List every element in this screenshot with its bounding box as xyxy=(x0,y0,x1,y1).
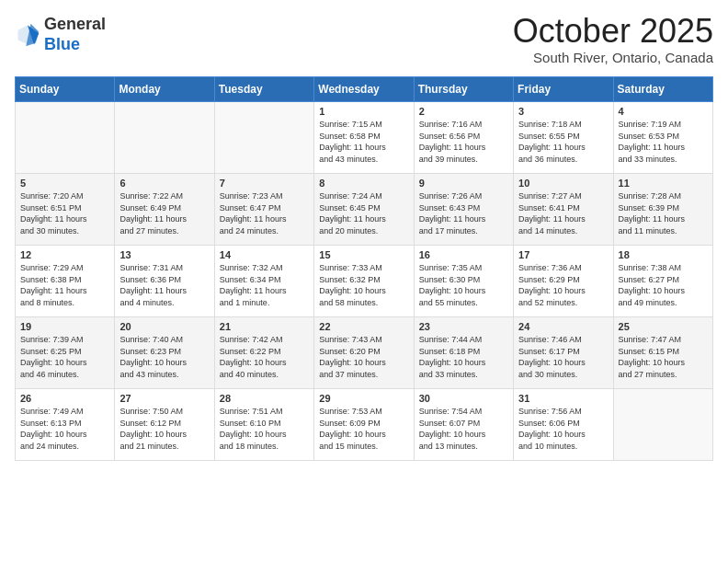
calendar-day-cell: 3Sunrise: 7:18 AM Sunset: 6:55 PM Daylig… xyxy=(514,102,613,174)
calendar-day-cell: 8Sunrise: 7:24 AM Sunset: 6:45 PM Daylig… xyxy=(314,174,414,246)
day-number: 9 xyxy=(419,178,508,189)
calendar-day-cell: 14Sunrise: 7:32 AM Sunset: 6:34 PM Dayli… xyxy=(214,246,313,317)
day-info: Sunrise: 7:16 AM Sunset: 6:56 PM Dayligh… xyxy=(419,119,508,165)
day-info: Sunrise: 7:42 AM Sunset: 6:22 PM Dayligh… xyxy=(220,334,309,380)
day-number: 28 xyxy=(220,393,309,404)
title-block: October 2025 South River, Ontario, Canad… xyxy=(513,15,713,65)
calendar-day-cell: 4Sunrise: 7:19 AM Sunset: 6:53 PM Daylig… xyxy=(613,102,712,174)
day-number: 25 xyxy=(619,321,708,332)
calendar-day-cell xyxy=(214,102,313,174)
weekday-header-monday: Monday xyxy=(115,77,214,102)
weekday-header-tuesday: Tuesday xyxy=(214,77,313,102)
day-number: 6 xyxy=(119,178,209,189)
calendar-day-cell: 20Sunrise: 7:40 AM Sunset: 6:23 PM Dayli… xyxy=(115,317,214,389)
calendar-day-cell xyxy=(115,102,214,174)
calendar-day-cell: 15Sunrise: 7:33 AM Sunset: 6:32 PM Dayli… xyxy=(314,246,414,317)
calendar-day-cell: 22Sunrise: 7:43 AM Sunset: 6:20 PM Dayli… xyxy=(314,317,414,389)
day-number: 23 xyxy=(419,321,508,332)
calendar-day-cell: 9Sunrise: 7:26 AM Sunset: 6:43 PM Daylig… xyxy=(414,174,513,246)
calendar-day-cell: 27Sunrise: 7:50 AM Sunset: 6:12 PM Dayli… xyxy=(115,389,214,461)
calendar-day-cell: 29Sunrise: 7:53 AM Sunset: 6:09 PM Dayli… xyxy=(314,389,414,461)
day-info: Sunrise: 7:44 AM Sunset: 6:18 PM Dayligh… xyxy=(419,334,508,380)
calendar-day-cell: 19Sunrise: 7:39 AM Sunset: 6:25 PM Dayli… xyxy=(16,317,115,389)
day-info: Sunrise: 7:31 AM Sunset: 6:36 PM Dayligh… xyxy=(119,262,209,308)
day-info: Sunrise: 7:51 AM Sunset: 6:10 PM Dayligh… xyxy=(220,406,309,452)
weekday-header-saturday: Saturday xyxy=(613,77,712,102)
day-info: Sunrise: 7:27 AM Sunset: 6:41 PM Dayligh… xyxy=(518,190,608,236)
calendar-day-cell xyxy=(613,389,712,461)
day-number: 14 xyxy=(220,249,309,260)
day-number: 18 xyxy=(619,249,708,260)
day-number: 19 xyxy=(20,321,109,332)
calendar-day-cell: 31Sunrise: 7:56 AM Sunset: 6:06 PM Dayli… xyxy=(514,389,613,461)
day-number: 27 xyxy=(119,393,209,404)
day-number: 11 xyxy=(619,178,708,189)
calendar-day-cell: 17Sunrise: 7:36 AM Sunset: 6:29 PM Dayli… xyxy=(514,246,613,317)
day-info: Sunrise: 7:32 AM Sunset: 6:34 PM Dayligh… xyxy=(220,262,309,308)
calendar-week-4: 19Sunrise: 7:39 AM Sunset: 6:25 PM Dayli… xyxy=(16,317,713,389)
calendar-day-cell: 12Sunrise: 7:29 AM Sunset: 6:38 PM Dayli… xyxy=(16,246,115,317)
day-number: 20 xyxy=(119,321,209,332)
day-number: 31 xyxy=(518,393,608,404)
day-number: 4 xyxy=(619,106,708,117)
day-info: Sunrise: 7:28 AM Sunset: 6:39 PM Dayligh… xyxy=(619,190,708,236)
day-info: Sunrise: 7:39 AM Sunset: 6:25 PM Dayligh… xyxy=(20,334,109,380)
calendar-day-cell: 7Sunrise: 7:23 AM Sunset: 6:47 PM Daylig… xyxy=(214,174,313,246)
weekday-header-friday: Friday xyxy=(514,77,613,102)
day-number: 7 xyxy=(220,178,309,189)
calendar-week-5: 26Sunrise: 7:49 AM Sunset: 6:13 PM Dayli… xyxy=(16,389,713,461)
calendar-day-cell: 6Sunrise: 7:22 AM Sunset: 6:49 PM Daylig… xyxy=(115,174,214,246)
day-info: Sunrise: 7:19 AM Sunset: 6:53 PM Dayligh… xyxy=(619,119,708,165)
day-number: 29 xyxy=(319,393,408,404)
logo-general-text: General xyxy=(44,15,106,35)
day-info: Sunrise: 7:18 AM Sunset: 6:55 PM Dayligh… xyxy=(518,119,608,165)
calendar-day-cell: 5Sunrise: 7:20 AM Sunset: 6:51 PM Daylig… xyxy=(16,174,115,246)
day-info: Sunrise: 7:43 AM Sunset: 6:20 PM Dayligh… xyxy=(319,334,408,380)
day-info: Sunrise: 7:49 AM Sunset: 6:13 PM Dayligh… xyxy=(20,406,109,452)
day-number: 13 xyxy=(119,249,209,260)
logo: General Blue xyxy=(15,15,106,54)
calendar-day-cell xyxy=(16,102,115,174)
day-number: 15 xyxy=(319,249,408,260)
calendar-day-cell: 2Sunrise: 7:16 AM Sunset: 6:56 PM Daylig… xyxy=(414,102,513,174)
calendar-day-cell: 10Sunrise: 7:27 AM Sunset: 6:41 PM Dayli… xyxy=(514,174,613,246)
calendar-day-cell: 13Sunrise: 7:31 AM Sunset: 6:36 PM Dayli… xyxy=(115,246,214,317)
day-info: Sunrise: 7:36 AM Sunset: 6:29 PM Dayligh… xyxy=(518,262,608,308)
calendar-day-cell: 30Sunrise: 7:54 AM Sunset: 6:07 PM Dayli… xyxy=(414,389,513,461)
calendar-day-cell: 28Sunrise: 7:51 AM Sunset: 6:10 PM Dayli… xyxy=(214,389,313,461)
day-number: 10 xyxy=(518,178,608,189)
day-number: 21 xyxy=(220,321,309,332)
calendar-table: SundayMondayTuesdayWednesdayThursdayFrid… xyxy=(15,76,713,461)
location-subtitle: South River, Ontario, Canada xyxy=(513,50,713,65)
day-info: Sunrise: 7:56 AM Sunset: 6:06 PM Dayligh… xyxy=(518,406,608,452)
day-info: Sunrise: 7:35 AM Sunset: 6:30 PM Dayligh… xyxy=(419,262,508,308)
calendar-day-cell: 11Sunrise: 7:28 AM Sunset: 6:39 PM Dayli… xyxy=(613,174,712,246)
calendar-day-cell: 1Sunrise: 7:15 AM Sunset: 6:58 PM Daylig… xyxy=(314,102,414,174)
weekday-header-sunday: Sunday xyxy=(16,77,115,102)
day-number: 16 xyxy=(419,249,508,260)
day-number: 24 xyxy=(518,321,608,332)
day-number: 8 xyxy=(319,178,408,189)
calendar-day-cell: 23Sunrise: 7:44 AM Sunset: 6:18 PM Dayli… xyxy=(414,317,513,389)
day-number: 5 xyxy=(20,178,109,189)
day-number: 17 xyxy=(518,249,608,260)
day-number: 2 xyxy=(419,106,508,117)
day-info: Sunrise: 7:26 AM Sunset: 6:43 PM Dayligh… xyxy=(419,190,508,236)
header: General Blue October 2025 South River, O… xyxy=(15,15,713,65)
day-info: Sunrise: 7:20 AM Sunset: 6:51 PM Dayligh… xyxy=(20,190,109,236)
calendar-week-1: 1Sunrise: 7:15 AM Sunset: 6:58 PM Daylig… xyxy=(16,102,713,174)
day-info: Sunrise: 7:15 AM Sunset: 6:58 PM Dayligh… xyxy=(319,119,408,165)
day-info: Sunrise: 7:33 AM Sunset: 6:32 PM Dayligh… xyxy=(319,262,408,308)
day-info: Sunrise: 7:23 AM Sunset: 6:47 PM Dayligh… xyxy=(220,190,309,236)
day-info: Sunrise: 7:40 AM Sunset: 6:23 PM Dayligh… xyxy=(119,334,209,380)
day-number: 22 xyxy=(319,321,408,332)
day-number: 1 xyxy=(319,106,408,117)
logo-blue-text: Blue xyxy=(44,35,106,55)
day-number: 3 xyxy=(518,106,608,117)
day-info: Sunrise: 7:22 AM Sunset: 6:49 PM Dayligh… xyxy=(119,190,209,236)
day-number: 26 xyxy=(20,393,109,404)
day-info: Sunrise: 7:50 AM Sunset: 6:12 PM Dayligh… xyxy=(119,406,209,452)
calendar-day-cell: 21Sunrise: 7:42 AM Sunset: 6:22 PM Dayli… xyxy=(214,317,313,389)
calendar-day-cell: 25Sunrise: 7:47 AM Sunset: 6:15 PM Dayli… xyxy=(613,317,712,389)
day-info: Sunrise: 7:29 AM Sunset: 6:38 PM Dayligh… xyxy=(20,262,109,308)
